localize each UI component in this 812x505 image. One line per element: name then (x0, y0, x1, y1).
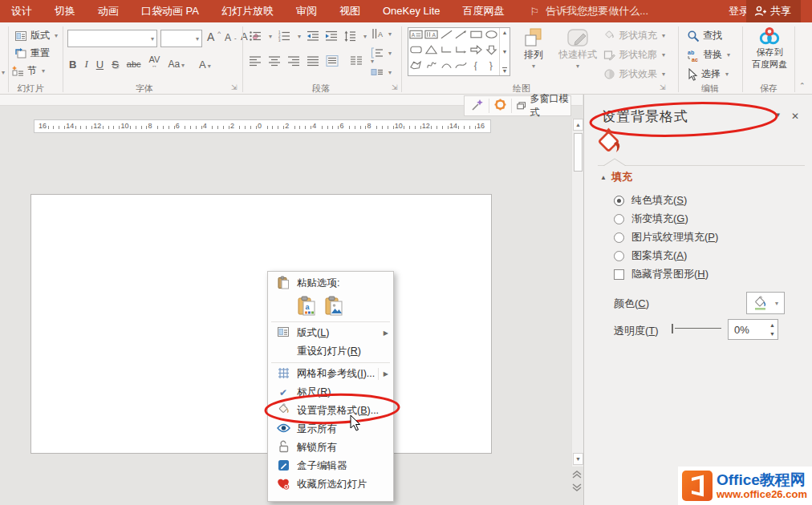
text-direction-button[interactable]: A▾ (371, 27, 392, 40)
justify-icon[interactable] (307, 55, 319, 67)
quick-styles-button[interactable]: 快速样式 ▾ (555, 27, 600, 70)
find-button[interactable]: 查找 (687, 29, 722, 42)
distribute-icon[interactable] (326, 55, 339, 67)
arrange-button[interactable]: 排列 ▾ (515, 27, 552, 70)
elbow-connector-icon[interactable] (439, 44, 454, 59)
bullets-icon[interactable] (249, 30, 262, 42)
rounded-rectangle-icon[interactable] (408, 44, 424, 59)
increase-indent-icon[interactable] (325, 30, 338, 42)
shape-outline-button[interactable]: 形状轮廓▾ (603, 48, 665, 62)
tab-切换[interactable]: 切换 (43, 0, 87, 22)
fill-color-button[interactable]: ▾ (746, 292, 785, 314)
down-arrow-icon[interactable] (484, 44, 499, 59)
transparency-slider-thumb[interactable] (672, 324, 673, 333)
reset-button[interactable]: 重置 (14, 46, 50, 60)
select-button[interactable]: 选择▾ (687, 67, 729, 81)
italic-button[interactable]: I (84, 58, 87, 71)
right-arrow-icon[interactable] (469, 44, 484, 59)
replace-button[interactable]: abac替换▾ (687, 48, 730, 62)
fill-section-header[interactable]: ▲ 填充 (600, 170, 632, 184)
font-color-button[interactable]: A▾ (199, 59, 211, 71)
transparency-slider-track[interactable] (675, 328, 721, 329)
right-brace-icon[interactable]: } (484, 59, 499, 74)
strikethrough-button[interactable]: abc (127, 59, 141, 69)
numbering-icon[interactable]: 123 (278, 30, 290, 42)
menu-item-盒子编辑器[interactable]: 盒子编辑器 (268, 457, 393, 475)
tab-OneKey Lite[interactable]: OneKey Lite (371, 0, 452, 22)
shrink-font-button[interactable]: Aˇ (225, 32, 237, 43)
curve-icon[interactable] (453, 59, 469, 74)
vertical-textbox-icon[interactable]: A (424, 29, 439, 43)
tab-口袋动画 PA[interactable]: 口袋动画 PA (130, 0, 210, 22)
share-button[interactable]: 共享 (746, 0, 801, 22)
triangle-icon[interactable] (424, 44, 439, 59)
tab-动画[interactable]: 动画 (87, 0, 130, 22)
menu-item-版式[interactable]: 版式(L)▶ (268, 324, 393, 342)
align-center-icon[interactable] (268, 55, 281, 67)
chevron-down-icon[interactable]: ▾ (2, 69, 5, 76)
font-size-combo[interactable]: ▾ (160, 30, 202, 47)
underline-button[interactable]: U (96, 59, 104, 71)
menu-item-标尺[interactable]: ✔标尺(R) (268, 383, 393, 402)
section-button[interactable]: 节▾ (11, 64, 45, 78)
tell-me-search[interactable]: ⚐ 告诉我您想要做什么... (530, 4, 649, 18)
previous-slide-icon[interactable] (571, 470, 584, 479)
left-brace-icon[interactable]: { (469, 59, 484, 74)
menu-item-重设幻灯片[interactable]: 重设幻灯片(R) (268, 342, 393, 361)
menu-item-收藏所选幻灯片[interactable]: 收藏所选幻灯片 (268, 475, 393, 494)
smartart-button[interactable]: ▾ (371, 66, 392, 79)
fill-option-图案填充[interactable]: 图案填充(A) (614, 248, 687, 263)
arc-icon[interactable] (439, 59, 454, 74)
shape-effects-button[interactable]: 形状效果▾ (603, 67, 665, 81)
scroll-up-button[interactable]: ▲ (573, 119, 583, 131)
scrollbar-thumb[interactable] (574, 133, 583, 172)
grow-font-button[interactable]: A^ (207, 30, 221, 43)
elbow-arrow-icon[interactable] (453, 44, 469, 59)
shape-fill-button[interactable]: 形状填充▾ (603, 29, 665, 42)
magic-wand-icon[interactable] (471, 99, 484, 114)
rectangle-icon[interactable] (469, 29, 484, 43)
text-shadow-button[interactable]: S (112, 59, 119, 71)
paragraph-dialog-launcher[interactable]: ⇲ (392, 83, 398, 91)
gear-icon[interactable] (494, 99, 506, 113)
menu-item-网格和参考线[interactable]: 网格和参考线(I)...▶ (268, 365, 393, 383)
font-dialog-launcher[interactable]: ⇲ (231, 83, 238, 91)
tab-设计[interactable]: 设计 (0, 0, 43, 22)
spinner-arrows[interactable]: ▲▼ (769, 321, 775, 338)
scroll-up-icon[interactable]: ▲ (502, 30, 508, 35)
menu-item-解锁所有[interactable]: 解锁所有 (268, 438, 393, 457)
multi-window-button[interactable]: 多窗口模式 (517, 92, 570, 119)
vertical-scrollbar[interactable]: ▲ ▼ (571, 119, 583, 467)
transparency-spinbox[interactable]: 0% ▲▼ (728, 319, 778, 340)
horizontal-ruler[interactable]: 1614121086420246810121416 (34, 119, 491, 133)
collapse-ribbon-icon[interactable]: ⌃ (799, 82, 806, 90)
more-shapes-icon[interactable]: ▼ (502, 67, 508, 74)
menu-item-设置背景格式[interactable]: 设置背景格式(B)... (268, 402, 393, 420)
close-icon[interactable]: ✕ (791, 111, 799, 122)
oval-icon[interactable] (484, 29, 499, 43)
tab-视图[interactable]: 视图 (328, 0, 371, 22)
tab-审阅[interactable]: 审阅 (285, 0, 328, 22)
arrow-icon[interactable] (453, 29, 469, 43)
scroll-down-icon[interactable]: ▼ (502, 49, 508, 55)
freeform-icon[interactable] (408, 59, 424, 74)
drawing-dialog-launcher[interactable]: ⇲ (660, 83, 666, 91)
columns-icon[interactable] (350, 55, 363, 67)
font-name-combo[interactable]: ▾ (67, 30, 157, 47)
scroll-down-button[interactable]: ▼ (573, 453, 583, 465)
menu-item-显示所有[interactable]: 显示所有 (268, 420, 393, 438)
paste-picture-button[interactable] (324, 296, 345, 317)
bold-button[interactable]: B (69, 59, 76, 71)
shapes-gallery[interactable]: AA{} ▲ ▼ ▼ (408, 27, 510, 76)
paste-keep-text-button[interactable]: a (297, 296, 318, 317)
shapes-gallery-scrollbar[interactable]: ▲ ▼ ▼ (499, 28, 510, 75)
change-case-button[interactable]: Aa▾ (168, 59, 185, 70)
fill-option-渐变填充[interactable]: 渐变填充(G) (614, 212, 688, 226)
textbox-icon[interactable]: A (408, 29, 424, 43)
tab-幻灯片放映[interactable]: 幻灯片放映 (210, 0, 285, 22)
hide-background-checkbox[interactable]: 隐藏背景图形(H) (614, 267, 708, 281)
fill-option-图片或纹理填充[interactable]: 图片或纹理填充(P) (614, 230, 718, 244)
align-left-icon[interactable] (249, 55, 262, 67)
align-right-icon[interactable] (287, 55, 300, 67)
slide-canvas[interactable] (30, 194, 492, 454)
